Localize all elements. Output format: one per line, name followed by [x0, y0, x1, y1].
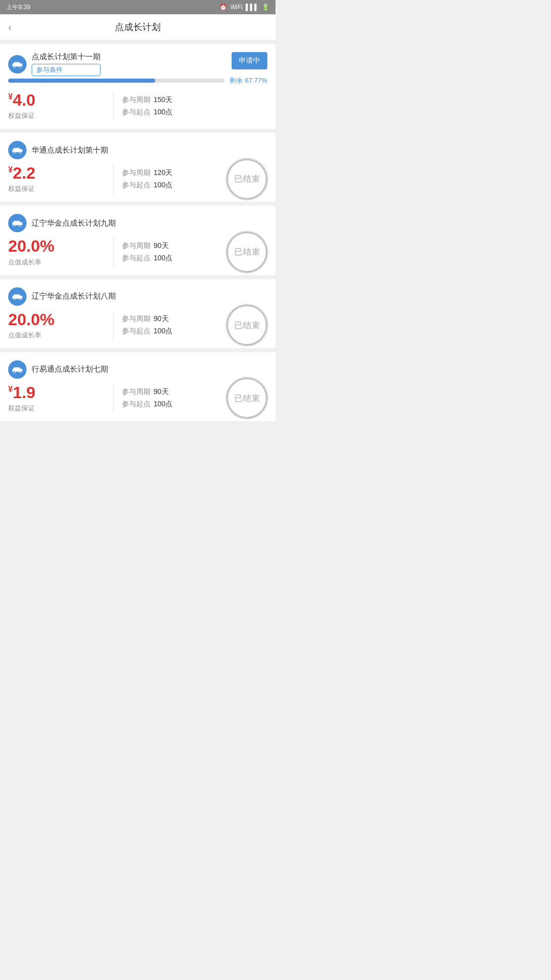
detail-key: 参与周期 [122, 314, 151, 324]
stamp-text: 已结束 [234, 321, 260, 330]
svg-rect-9 [14, 221, 20, 224]
card-body-wrapper: ¥1.9 权益保证 参与周期 90天 参与起点 100点 已结束 [8, 384, 267, 413]
card-icon [8, 214, 27, 232]
svg-point-19 [19, 371, 21, 373]
page-title: 点成长计划 [115, 21, 161, 33]
card-card-3: 辽宁华金点成长计划九期 20.0% 点值成长率 参与周期 90天 参与起点 10… [0, 206, 276, 275]
status-bar: 上午9:39 ⏰ WiFi ▌▌▌ 🔋 [0, 0, 276, 14]
value-large: ¥2.2 [8, 164, 105, 182]
currency-symbol: ¥ [8, 166, 13, 175]
detail-row: 参与周期 150天 [122, 95, 267, 105]
back-button[interactable]: ‹ [8, 21, 12, 33]
svg-point-6 [14, 152, 16, 154]
card-header-row: 辽宁华金点成长计划九期 [8, 214, 267, 232]
header-separator [0, 40, 276, 44]
card-icon [8, 55, 27, 74]
card-title: 华通点成长计划第十期 [32, 145, 267, 155]
status-time: 上午9:39 [6, 3, 30, 12]
svg-rect-17 [14, 367, 20, 370]
detail-key: 参与周期 [122, 241, 151, 251]
svg-point-15 [19, 298, 21, 300]
card-title: 点成长计划第十一期 [32, 52, 101, 62]
detail-key: 参与起点 [122, 327, 151, 336]
svg-rect-5 [14, 148, 20, 151]
card-card-1: 点成长计划第十一期 参与条件 申请中 剩余 67.77% ¥4.0 权益保证 参… [0, 44, 276, 129]
svg-point-11 [19, 225, 21, 227]
value-label: 权益保证 [8, 184, 105, 193]
value-label: 点值成长率 [8, 258, 105, 267]
card-body: ¥4.0 权益保证 参与周期 150天 参与起点 100点 [8, 91, 267, 120]
detail-key: 参与起点 [122, 400, 151, 409]
card-header-right: 申请中 [232, 52, 267, 69]
card-title: 行易通点成长计划七期 [32, 364, 267, 374]
svg-point-7 [19, 152, 21, 154]
detail-value: 100点 [154, 327, 172, 336]
detail-key: 参与起点 [122, 108, 151, 117]
detail-value: 90天 [154, 241, 169, 251]
card-header-row: 点成长计划第十一期 参与条件 申请中 [8, 52, 267, 76]
card-left: ¥2.2 权益保证 [8, 164, 114, 193]
card-left: 20.0% 点值成长率 [8, 237, 114, 266]
progress-bar-fill [8, 79, 155, 83]
stamp-text: 已结束 [234, 174, 260, 184]
value-label: 权益保证 [8, 404, 105, 413]
stamp-text: 已结束 [234, 247, 260, 257]
currency-symbol: ¥ [8, 92, 13, 101]
stamp-badge: 已结束 [227, 232, 267, 273]
card-body-wrapper: 20.0% 点值成长率 参与周期 90天 参与起点 100点 已结束 [8, 237, 267, 266]
conditions-tag[interactable]: 参与条件 [32, 64, 101, 76]
detail-value: 90天 [154, 387, 169, 397]
svg-rect-1 [14, 62, 20, 64]
stamp-badge: 已结束 [227, 159, 267, 200]
detail-value: 100点 [154, 254, 172, 263]
card-header-row: 华通点成长计划第十期 [8, 141, 267, 159]
stamp-text: 已结束 [234, 394, 260, 403]
card-title: 辽宁华金点成长计划九期 [32, 218, 267, 228]
card-title: 辽宁华金点成长计划八期 [32, 291, 267, 301]
svg-point-14 [14, 298, 16, 300]
card-card-4: 辽宁华金点成长计划八期 20.0% 点值成长率 参与周期 90天 参与起点 10… [0, 279, 276, 348]
detail-row: 参与起点 100点 [122, 108, 267, 117]
wifi-icon: WiFi [230, 4, 242, 11]
detail-value: 90天 [154, 314, 169, 324]
battery-icon: 🔋 [262, 4, 269, 11]
detail-value: 150天 [154, 95, 172, 105]
value-large: 20.0% [8, 237, 105, 255]
value-label: 权益保证 [8, 111, 105, 120]
detail-value: 100点 [154, 181, 172, 190]
currency-symbol: ¥ [8, 385, 13, 394]
detail-key: 参与起点 [122, 181, 151, 190]
alarm-icon: ⏰ [219, 4, 227, 11]
progress-text: 剩余 67.77% [230, 76, 267, 85]
detail-key: 参与周期 [122, 387, 151, 397]
header: ‹ 点成长计划 [0, 14, 276, 40]
card-left: ¥1.9 权益保证 [8, 384, 114, 413]
status-icons: ⏰ WiFi ▌▌▌ 🔋 [219, 4, 269, 11]
svg-rect-13 [14, 294, 20, 297]
value-large: 20.0% [8, 311, 105, 329]
card-card-2: 华通点成长计划第十期 ¥2.2 权益保证 参与周期 120天 参与起点 100点 [0, 133, 276, 202]
apply-button[interactable]: 申请中 [232, 52, 267, 69]
card-body-wrapper: 20.0% 点值成长率 参与周期 90天 参与起点 100点 已结束 [8, 311, 267, 340]
card-left: 20.0% 点值成长率 [8, 311, 114, 340]
detail-key: 参与周期 [122, 168, 151, 178]
value-label: 点值成长率 [8, 331, 105, 340]
svg-point-10 [14, 225, 16, 227]
progress-area: 剩余 67.77% [8, 76, 267, 85]
detail-key: 参与起点 [122, 254, 151, 263]
value-large: ¥4.0 [8, 91, 105, 109]
card-icon [8, 287, 27, 306]
card-icon [8, 141, 27, 159]
signal-icon: ▌▌▌ [245, 4, 259, 11]
svg-point-18 [14, 371, 16, 373]
card-left: ¥4.0 权益保证 [8, 91, 114, 120]
card-header-row: 行易通点成长计划七期 [8, 360, 267, 379]
card-header-left: 点成长计划第十一期 参与条件 [8, 52, 232, 76]
detail-value: 120天 [154, 168, 172, 178]
svg-point-2 [14, 66, 16, 68]
card-header-row: 辽宁华金点成长计划八期 [8, 287, 267, 306]
stamp-badge: 已结束 [227, 305, 267, 346]
card-icon [8, 360, 27, 379]
stamp-badge: 已结束 [227, 378, 267, 419]
progress-bar [8, 79, 224, 83]
